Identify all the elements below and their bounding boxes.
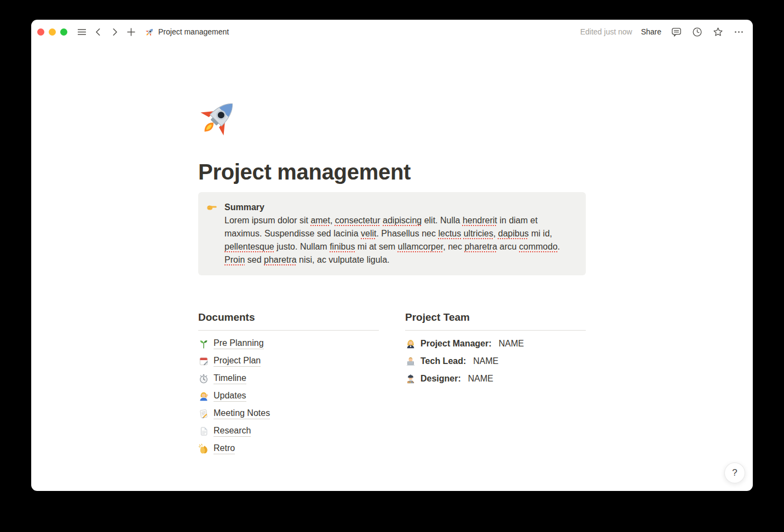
chevron-left-icon bbox=[93, 26, 104, 38]
stopwatch-icon bbox=[198, 373, 209, 384]
team-name: NAME bbox=[468, 374, 493, 384]
list-item: Timeline bbox=[198, 370, 379, 388]
new-page-button[interactable] bbox=[125, 26, 137, 38]
calendar-icon bbox=[198, 356, 209, 367]
breadcrumb[interactable]: Project management bbox=[145, 27, 229, 37]
hamburger-icon bbox=[76, 26, 88, 38]
doc-link-updates[interactable]: Updates bbox=[214, 391, 246, 402]
team-name: NAME bbox=[499, 339, 524, 349]
clock-icon bbox=[691, 26, 703, 38]
star-icon bbox=[712, 26, 724, 38]
list-item: Updates bbox=[198, 388, 379, 405]
edited-status: Edited just now bbox=[580, 27, 632, 36]
doc-link-project-plan[interactable]: Project Plan bbox=[214, 356, 261, 367]
documents-heading[interactable]: Documents bbox=[198, 310, 379, 325]
doc-link-retro[interactable]: Retro bbox=[214, 443, 235, 454]
memo-icon bbox=[198, 408, 209, 419]
history-button[interactable] bbox=[691, 26, 703, 38]
callout-body: Summary Lorem ipsum dolor sit amet, cons… bbox=[224, 201, 577, 267]
technologist-icon bbox=[405, 356, 416, 367]
doc-link-research[interactable]: Research bbox=[214, 426, 251, 437]
ellipsis-icon bbox=[733, 26, 745, 38]
artist-icon bbox=[405, 373, 416, 384]
page-icon bbox=[198, 426, 209, 437]
list-item: Pre Planning bbox=[198, 335, 379, 352]
minimize-window-button[interactable] bbox=[49, 28, 56, 36]
comment-icon bbox=[671, 26, 682, 38]
titlebar-actions: Edited just now Share bbox=[580, 26, 745, 38]
person-tipping-hand-icon bbox=[198, 391, 209, 402]
two-column-layout: Documents Pre Planning Project Plan bbox=[198, 310, 586, 458]
team-role: Designer: bbox=[420, 374, 461, 384]
list-item: Project Plan bbox=[198, 352, 379, 370]
doc-link-pre-planning[interactable]: Pre Planning bbox=[214, 338, 264, 349]
notion-window: Project management Edited just now Share bbox=[31, 20, 753, 491]
close-window-button[interactable] bbox=[37, 28, 44, 36]
page-content: Project management Summary Lorem ipsum d… bbox=[31, 44, 753, 491]
list-item: Meeting Notes bbox=[198, 405, 379, 423]
titlebar-nav bbox=[76, 26, 137, 38]
forward-button[interactable] bbox=[108, 26, 120, 38]
callout-heading: Summary bbox=[224, 201, 577, 214]
clapping-hands-icon bbox=[198, 443, 209, 454]
list-item: Retro bbox=[198, 440, 379, 458]
list-item[interactable]: Tech Lead: NAME bbox=[405, 352, 586, 370]
zoom-window-button[interactable] bbox=[60, 28, 67, 36]
help-button[interactable]: ? bbox=[724, 462, 745, 483]
chevron-right-icon bbox=[109, 26, 120, 38]
team-heading[interactable]: Project Team bbox=[405, 310, 586, 325]
breadcrumb-title: Project management bbox=[158, 27, 229, 36]
documents-column: Documents Pre Planning Project Plan bbox=[198, 310, 379, 458]
plus-icon bbox=[125, 26, 137, 38]
callout-paragraph: Lorem ipsum dolor sit amet, consectetur … bbox=[224, 214, 577, 267]
team-list: Project Manager: NAME Tech Lead: NAME De… bbox=[405, 331, 586, 388]
comments-button[interactable] bbox=[670, 26, 682, 38]
team-column: Project Team Project Manager: NAME Tech … bbox=[405, 310, 586, 458]
pointing-right-icon bbox=[206, 201, 218, 213]
list-item[interactable]: Designer: NAME bbox=[405, 370, 586, 388]
more-options-button[interactable] bbox=[733, 26, 745, 38]
documents-list: Pre Planning Project Plan Timeline bbox=[198, 331, 379, 458]
woman-office-worker-icon bbox=[405, 338, 416, 349]
seedling-icon bbox=[198, 338, 209, 349]
page-title[interactable]: Project management bbox=[198, 159, 586, 185]
list-item[interactable]: Project Manager: NAME bbox=[405, 335, 586, 352]
rocket-icon bbox=[145, 27, 154, 37]
sidebar-menu-button[interactable] bbox=[76, 26, 88, 38]
team-role: Tech Lead: bbox=[420, 356, 466, 366]
list-item: Research bbox=[198, 423, 379, 440]
titlebar: Project management Edited just now Share bbox=[31, 20, 753, 44]
team-role: Project Manager: bbox=[420, 339, 492, 349]
callout-emoji bbox=[206, 201, 218, 213]
rocket-icon bbox=[198, 96, 240, 138]
traffic-lights bbox=[37, 28, 67, 36]
doc-link-timeline[interactable]: Timeline bbox=[214, 373, 246, 384]
share-button[interactable]: Share bbox=[641, 27, 661, 36]
doc-link-meeting-notes[interactable]: Meeting Notes bbox=[214, 408, 270, 419]
favorite-button[interactable] bbox=[712, 26, 724, 38]
back-button[interactable] bbox=[92, 26, 104, 38]
page-emoji-rocket[interactable] bbox=[198, 96, 240, 138]
summary-callout[interactable]: Summary Lorem ipsum dolor sit amet, cons… bbox=[198, 192, 586, 275]
team-name: NAME bbox=[473, 356, 498, 366]
